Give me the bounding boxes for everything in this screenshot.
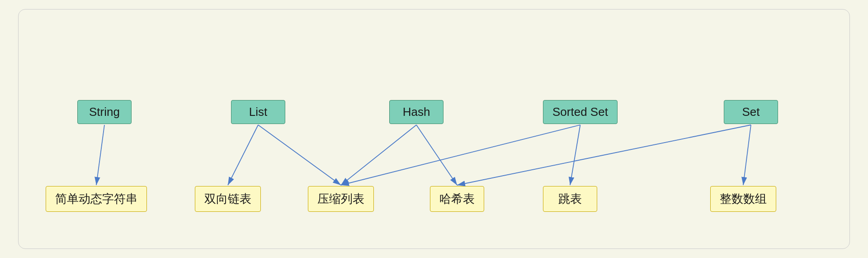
top-box-sorted-set: Sorted Set [543, 100, 618, 124]
main-container: StringListHashSorted SetSet简单动态字符串双向链表压缩… [18, 9, 850, 249]
top-box-hash: Hash [389, 100, 443, 124]
arrow-sorted-set-to-ziplist [341, 125, 580, 185]
bottom-box-intset: 整数数组 [710, 186, 776, 212]
arrows-svg [19, 10, 849, 248]
top-box-set: Set [724, 100, 778, 124]
bottom-box-sds: 简单动态字符串 [46, 186, 147, 212]
arrow-list-to-linkedlist [228, 125, 258, 185]
arrow-hash-to-ziplist [341, 125, 416, 185]
page-title [19, 10, 849, 23]
arrow-set-to-intset [743, 125, 751, 185]
bottom-box-skiplist: 跳表 [543, 186, 597, 212]
arrow-set-to-hashtable [457, 125, 751, 185]
bottom-box-hashtable: 哈希表 [430, 186, 484, 212]
bottom-box-ziplist: 压缩列表 [308, 186, 374, 212]
top-box-string: String [77, 100, 132, 124]
bottom-box-linkedlist: 双向链表 [195, 186, 261, 212]
arrow-string-to-sds [96, 125, 104, 185]
arrow-sorted-set-to-skiplist [570, 125, 580, 185]
arrow-hash-to-hashtable [416, 125, 457, 185]
arrow-list-to-ziplist [258, 125, 341, 185]
top-box-list: List [231, 100, 285, 124]
